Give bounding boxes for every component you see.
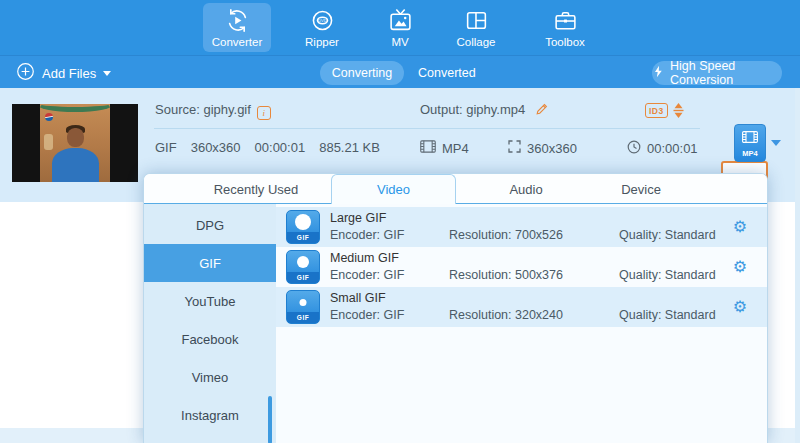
preset-row-large-gif[interactable]: GIF Large GIF Encoder: GIF Resolution: 7… — [276, 207, 767, 247]
gif-small-icon: GIF — [286, 290, 320, 324]
sidebar-item-facebook[interactable]: Facebook — [144, 320, 276, 358]
toolbox-briefcase-icon — [553, 8, 578, 33]
popup-tab-bar: Recently Used Video Audio Device — [144, 174, 767, 204]
converting-label: Converting — [332, 66, 392, 80]
popup-tab-audio[interactable]: Audio — [461, 174, 591, 204]
person-figure — [67, 128, 84, 147]
id3-metadata-icon[interactable]: ID3 — [645, 103, 668, 118]
format-profile-popup: Recently Used Video Audio Device DPG GIF… — [143, 173, 768, 443]
preset-settings-gear-icon[interactable]: ⚙ — [733, 219, 747, 235]
converter-icon — [225, 8, 250, 33]
preset-list: GIF Large GIF Encoder: GIF Resolution: 7… — [276, 204, 767, 443]
preset-resolution: Resolution: 700x526 — [449, 228, 563, 242]
gif-medium-icon: GIF — [286, 250, 320, 284]
lightning-icon — [652, 64, 665, 82]
file-toolbar: Add Files Converting Converted High Spee… — [0, 55, 800, 88]
info-icon[interactable]: i — [257, 106, 271, 120]
resize-expand-icon — [508, 140, 521, 157]
source-meta: GIF 360x360 00:00:01 885.21 KB — [155, 140, 380, 156]
source-resolution: 360x360 — [191, 140, 241, 156]
tab-converter-label: Converter — [212, 36, 263, 48]
preset-quality: Quality: Standard — [619, 268, 716, 282]
tab-mv[interactable]: MV — [366, 3, 434, 52]
film-icon — [420, 140, 436, 157]
preset-encoder: Encoder: GIF — [330, 268, 404, 282]
add-files-caret-icon[interactable] — [103, 71, 111, 76]
popup-tab-recently-used[interactable]: Recently Used — [181, 174, 331, 204]
collage-grid-icon — [464, 8, 489, 33]
source-label: Source: giphy.gifi — [155, 102, 271, 120]
source-format: GIF — [155, 140, 177, 156]
video-thumbnail — [12, 104, 138, 182]
format-dropdown-caret-icon[interactable] — [771, 140, 781, 146]
add-plus-icon — [16, 62, 35, 84]
preset-settings-gear-icon[interactable]: ⚙ — [733, 259, 747, 275]
format-button-label: MP4 — [742, 149, 757, 158]
dvd-ripper-icon: DVD — [310, 8, 335, 33]
high-speed-label: High Speed Conversion — [670, 59, 782, 87]
preset-name: Medium GIF — [330, 251, 399, 265]
tab-toolbox[interactable]: Toolbox — [531, 3, 599, 52]
thumbnail-frame — [40, 104, 110, 182]
tab-converting[interactable]: Converting — [320, 61, 404, 85]
popup-tab-device[interactable]: Device — [576, 174, 706, 204]
tab-mv-label: MV — [391, 36, 408, 48]
sidebar-item-instagram[interactable]: Instagram — [144, 396, 276, 434]
row-divider — [154, 128, 700, 129]
tab-toolbox-label: Toolbox — [545, 36, 585, 48]
output-format-button[interactable]: MP4 — [734, 124, 766, 162]
preset-row-medium-gif[interactable]: GIF Medium GIF Encoder: GIF Resolution: … — [276, 247, 767, 287]
preset-encoder: Encoder: GIF — [330, 228, 404, 242]
tab-ripper[interactable]: DVD Ripper — [288, 3, 356, 52]
output-format: MP4 — [442, 141, 469, 157]
clock-icon — [627, 140, 641, 158]
output-label: Output: giphy.mp4 — [420, 102, 549, 118]
right-edge-strip — [795, 88, 800, 443]
preset-quality: Quality: Standard — [619, 228, 716, 242]
preset-settings-gear-icon[interactable]: ⚙ — [733, 299, 747, 315]
sidebar-scrollbar[interactable] — [268, 396, 272, 443]
tab-collage[interactable]: Collage — [442, 3, 510, 52]
reorder-arrows-icon[interactable] — [672, 102, 685, 123]
format-film-icon — [742, 129, 758, 147]
preset-resolution: Resolution: 320x240 — [449, 308, 563, 322]
output-resolution: 360x360 — [527, 141, 577, 157]
source-duration: 00:00:01 — [255, 140, 306, 156]
rename-pencil-icon[interactable] — [535, 102, 549, 116]
sidebar-item-youtube[interactable]: YouTube — [144, 282, 276, 320]
tab-converted[interactable]: Converted — [418, 61, 476, 85]
sidebar-item-dpg[interactable]: DPG — [144, 206, 276, 244]
preset-name: Small GIF — [330, 291, 386, 305]
popup-body: DPG GIF YouTube Facebook Vimeo Instagram… — [144, 204, 767, 443]
popup-tab-video[interactable]: Video — [331, 174, 456, 204]
tv-mv-icon — [388, 8, 413, 33]
tab-collage-label: Collage — [457, 36, 496, 48]
svg-text:DVD: DVD — [318, 18, 327, 23]
video-converter-app: Converter DVD Ripper MV — [0, 0, 800, 443]
preset-resolution: Resolution: 500x376 — [449, 268, 563, 282]
top-navbar: Converter DVD Ripper MV — [0, 0, 800, 55]
preset-encoder: Encoder: GIF — [330, 308, 404, 322]
tab-converter[interactable]: Converter — [203, 3, 271, 52]
add-files-label: Add Files — [42, 66, 96, 81]
add-files-button[interactable]: Add Files — [16, 61, 111, 85]
preset-row-small-gif[interactable]: GIF Small GIF Encoder: GIF Resolution: 3… — [276, 287, 767, 327]
preset-quality: Quality: Standard — [619, 308, 716, 322]
output-duration: 00:00:01 — [647, 141, 698, 157]
gif-large-icon: GIF — [286, 210, 320, 244]
converted-label: Converted — [418, 66, 476, 80]
preset-name: Large GIF — [330, 211, 386, 225]
sidebar-item-gif[interactable]: GIF — [144, 244, 276, 282]
pepsi-logo — [45, 113, 53, 121]
source-size: 885.21 KB — [319, 140, 380, 156]
popup-format-sidebar: DPG GIF YouTube Facebook Vimeo Instagram — [144, 204, 276, 443]
sidebar-item-vimeo[interactable]: Vimeo — [144, 358, 276, 396]
tab-ripper-label: Ripper — [305, 36, 339, 48]
high-speed-conversion-button[interactable]: High Speed Conversion — [652, 61, 782, 85]
